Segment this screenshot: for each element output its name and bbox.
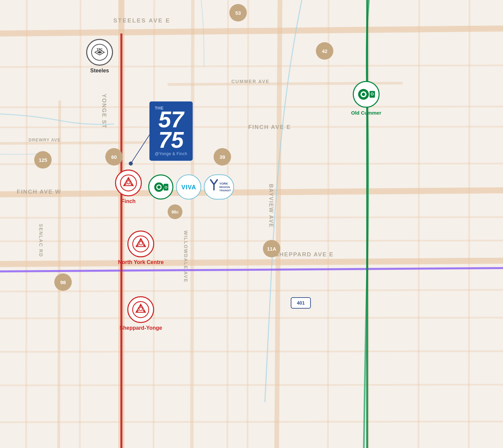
map-container: STEELES AVE E YONGE ST FINCH AVE E FINCH… (0, 0, 503, 448)
svg-point-69 (362, 93, 365, 96)
route-badge-60: 60 (105, 148, 123, 166)
svg-line-29 (418, 0, 419, 448)
yrt-logo: YORK REGION TRANSIT (207, 177, 232, 197)
finch-station-label: Finch (121, 198, 136, 204)
transit-icons-row: O VIVA YORK REGION TRANSIT (148, 175, 234, 200)
sheppard-yonge-station[interactable]: Sheppard-Yonge (120, 296, 162, 331)
svg-text:REGION: REGION (219, 185, 230, 188)
route-badge-53: 53 (229, 4, 247, 21)
svg-line-13 (0, 127, 503, 127)
finch-station[interactable]: Finch (115, 170, 142, 204)
ttc-logo-finch (120, 174, 137, 192)
route-badge-39: 39 (214, 148, 231, 166)
viva-logo: VIVA (179, 178, 199, 196)
svg-line-26 (247, 0, 248, 448)
route-badge-11a: 11A (263, 240, 280, 257)
svg-point-47 (157, 185, 161, 189)
popup-number-57: 57 (158, 109, 184, 130)
svg-line-23 (80, 0, 80, 448)
north-york-centre-label: North York Centre (118, 259, 164, 265)
viva-transit-icon: VIVA (176, 175, 201, 200)
svg-text:VIVA: VIVA (181, 184, 196, 190)
ttc-logo-nyc (132, 235, 150, 253)
north-york-centre-station[interactable]: North York Centre (118, 231, 164, 265)
old-cummer-station[interactable]: O Old Cummer (351, 81, 381, 116)
svg-line-27 (328, 0, 329, 448)
old-cummer-label: Old Cummer (351, 110, 381, 116)
route-badge-98: 98 (54, 273, 72, 291)
property-popup[interactable]: THE 57 75 @Yonge & Finch (150, 102, 193, 161)
svg-text:O: O (371, 92, 374, 97)
svg-line-19 (0, 351, 503, 352)
svg-line-21 (0, 422, 503, 422)
svg-line-25 (227, 0, 228, 448)
route-badge-98c: 98c (168, 204, 182, 219)
svg-line-12 (0, 107, 503, 107)
steeles-station[interactable]: TTC Steeles (86, 39, 113, 74)
north-york-centre-circle (127, 231, 154, 257)
svg-text:TRANSIT: TRANSIT (219, 189, 231, 192)
ttc-logo-sy (132, 301, 150, 318)
old-cummer-circle: O (353, 81, 380, 108)
svg-line-30 (469, 0, 469, 448)
go-logo-old-cummer: O (356, 84, 376, 105)
yrt-transit-icon: YORK REGION TRANSIT (204, 175, 234, 200)
svg-line-6 (277, 0, 280, 448)
sheppard-yonge-label: Sheppard-Yonge (120, 325, 162, 331)
svg-line-14 (0, 164, 503, 164)
svg-line-24 (154, 0, 154, 448)
popup-number-75: 75 (158, 130, 184, 150)
svg-line-9 (0, 142, 168, 143)
svg-line-22 (26, 0, 27, 448)
go-logo: O (152, 178, 170, 196)
svg-line-20 (0, 385, 503, 385)
svg-text:YORK: YORK (219, 182, 228, 185)
svg-line-16 (0, 241, 503, 241)
finch-station-circle (115, 170, 142, 196)
popup-subtitle: @Yonge & Finch (155, 151, 187, 156)
svg-line-18 (0, 318, 503, 318)
steeles-station-label: Steeles (90, 68, 109, 74)
popup-numbers: 57 75 (158, 109, 184, 150)
svg-line-15 (0, 217, 503, 218)
route-badge-125: 125 (34, 151, 52, 169)
go-transit-icon: O (148, 175, 173, 200)
route-badge-401: 401 (291, 297, 311, 309)
svg-text:O: O (164, 185, 167, 189)
ttc-logo-steeles: TTC (91, 44, 108, 61)
svg-line-4 (0, 190, 503, 194)
svg-line-5 (0, 261, 503, 264)
route-badge-42: 42 (316, 42, 333, 60)
steeles-station-circle: TTC (86, 39, 113, 66)
sheppard-yonge-circle (127, 296, 154, 323)
map-background (0, 0, 503, 448)
